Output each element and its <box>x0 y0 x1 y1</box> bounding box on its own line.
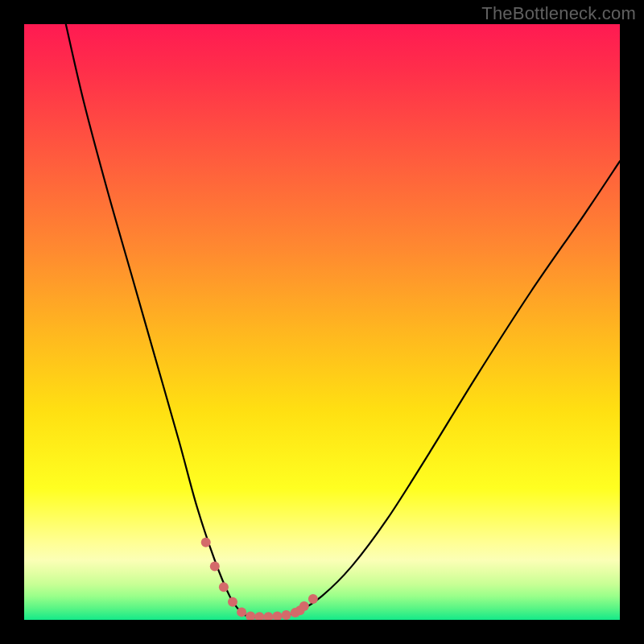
valley-dot <box>237 607 246 617</box>
valley-dot <box>273 612 283 620</box>
valley-dot <box>299 601 309 611</box>
bottleneck-curve <box>66 24 620 617</box>
valley-highlight-dots <box>201 538 318 620</box>
valley-dot <box>246 612 255 620</box>
valley-dot <box>228 597 237 607</box>
valley-dot <box>282 610 291 620</box>
valley-dot <box>219 582 229 592</box>
chart-svg <box>24 24 620 620</box>
valley-dot <box>308 594 318 604</box>
valley-dot <box>254 612 264 620</box>
valley-dot <box>210 561 220 571</box>
valley-dot <box>201 538 211 547</box>
chart-frame: TheBottleneck.com <box>0 0 644 644</box>
plot-area <box>24 24 620 620</box>
valley-dot <box>263 612 273 620</box>
watermark-text: TheBottleneck.com <box>481 3 636 24</box>
